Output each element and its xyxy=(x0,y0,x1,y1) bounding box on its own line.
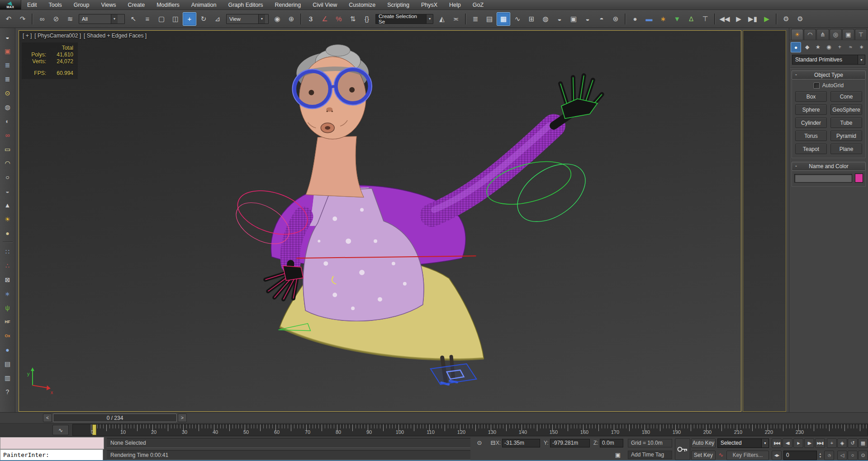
wire-teapot-icon[interactable]: ◒ xyxy=(2,185,14,197)
render-teapot-icon[interactable]: ◒ xyxy=(2,31,14,43)
bind-to-space-warp-icon[interactable]: ≋ xyxy=(63,12,77,26)
schematic-view-icon[interactable]: ⊞ xyxy=(525,12,538,26)
select-and-move-icon[interactable]: + xyxy=(183,12,196,26)
scene-explorer-toggle-icon[interactable]: ▦ xyxy=(497,12,510,26)
rendered-frame-window-icon[interactable]: ▣ xyxy=(567,12,580,26)
key-filters-button[interactable]: Key Filters... xyxy=(726,451,769,460)
primitive-button-box[interactable]: Box xyxy=(795,91,827,102)
time-slider-handle[interactable]: 0 / 234 xyxy=(53,414,177,422)
angle-snap-icon[interactable]: ∠ xyxy=(318,12,332,26)
percent-snap-icon[interactable]: % xyxy=(332,12,346,26)
primitive-button-cylinder[interactable]: Cylinder xyxy=(795,118,827,128)
category-helpers[interactable]: + xyxy=(835,42,844,52)
menu-tools[interactable]: Tools xyxy=(43,0,68,9)
tab-hierarchy[interactable]: ⋔ xyxy=(816,29,829,40)
menu-help[interactable]: Help xyxy=(443,0,467,9)
select-and-scale-icon[interactable]: ⊿ xyxy=(211,12,224,26)
select-object-icon[interactable]: ↖ xyxy=(127,12,140,26)
menu-physx[interactable]: PhysX xyxy=(415,0,443,9)
capsule-tool-icon[interactable]: ▬ xyxy=(642,12,656,26)
primitive-category-dropdown[interactable]: Standard Primitives ▼ xyxy=(792,55,865,65)
graphite-ribbon-icon[interactable]: ▤ xyxy=(483,12,496,26)
time-configuration-button[interactable]: ◷ xyxy=(824,451,834,460)
render-setup-icon[interactable]: ◒ xyxy=(553,12,566,26)
named-selection-sets-dropdown[interactable]: Create Selection Se▼ xyxy=(375,14,433,24)
dome-yellow-icon[interactable]: ◠ xyxy=(2,157,14,169)
field-of-view-button[interactable]: ◁ xyxy=(837,451,847,460)
menu-animation[interactable]: Animation xyxy=(185,0,223,9)
redo-icon[interactable]: ↷ xyxy=(16,12,29,26)
render-iterative-icon[interactable]: ◓ xyxy=(595,12,608,26)
y-coordinate-field[interactable]: -979.281m xyxy=(550,439,590,447)
material-editor-icon[interactable]: ◍ xyxy=(539,12,552,26)
category-systems[interactable]: ∗ xyxy=(857,42,866,52)
mini-curve-editor-button[interactable]: ∿ xyxy=(52,425,69,435)
unwrap-box-icon[interactable]: ⊠ xyxy=(2,274,14,286)
add-time-tag[interactable]: Add Time Tag xyxy=(628,451,672,459)
maxscript-mini-listener[interactable] xyxy=(0,437,104,449)
primitive-button-cone[interactable]: Cone xyxy=(830,91,862,102)
sphere-blue-icon[interactable]: ● xyxy=(2,344,14,356)
select-and-manipulate-icon[interactable]: ⊕ xyxy=(285,12,298,26)
use-pivot-point-center-icon[interactable]: ◉ xyxy=(270,12,284,26)
object-color-swatch[interactable] xyxy=(855,174,863,183)
film-camera-icon[interactable]: ◍ xyxy=(2,101,14,113)
biped-tool-icon[interactable]: ∗ xyxy=(656,12,670,26)
render-production-icon[interactable]: ◒ xyxy=(581,12,594,26)
maxscript-listener-line[interactable]: PainterInter: xyxy=(0,449,103,461)
reference-coordinate-dropdown[interactable]: View▼ xyxy=(226,14,269,24)
menu-scripting[interactable]: Scripting xyxy=(381,0,415,9)
primitive-button-plane[interactable]: Plane xyxy=(830,144,862,154)
gear-panel-icon[interactable]: ⚙ xyxy=(793,12,807,26)
undo-icon[interactable]: ↶ xyxy=(2,12,15,26)
render-frame-window-icon[interactable]: ▣ xyxy=(2,45,14,57)
previous-frame-button[interactable]: ◀▮ xyxy=(783,438,792,448)
menu-group[interactable]: Group xyxy=(68,0,95,9)
set-keys-button[interactable] xyxy=(675,438,690,460)
ox-tool-icon[interactable]: Ox xyxy=(2,330,14,342)
sphere-tan-icon[interactable]: ● xyxy=(2,227,14,239)
set-key-button[interactable]: Set Key xyxy=(691,451,716,460)
select-by-name-icon[interactable]: ≡ xyxy=(141,12,154,26)
panel-grid-icon[interactable]: ▤ xyxy=(2,358,14,370)
grass-icon[interactable]: ψ xyxy=(2,302,14,314)
category-shapes[interactable]: ◆ xyxy=(802,42,812,52)
rollout-panels-icon[interactable]: ≣ xyxy=(2,73,14,85)
physx-step-icon[interactable]: ▶▮ xyxy=(746,12,759,26)
track-bar-ruler[interactable]: 0102030405060708090100110120130140150160… xyxy=(72,424,868,435)
physx-rewind-icon[interactable]: ◀◀ xyxy=(718,12,731,26)
menu-views[interactable]: Views xyxy=(95,0,122,9)
align-icon[interactable]: ≍ xyxy=(449,12,463,26)
category-geometry[interactable]: ● xyxy=(791,42,801,52)
viewport-label[interactable]: [ + ] [ PhysCamera002 ] [ Shaded + Edged… xyxy=(23,33,147,39)
sphere-tool-icon[interactable]: ● xyxy=(628,12,642,26)
menu-edit[interactable]: Edit xyxy=(21,0,43,9)
layer-manager-icon[interactable]: ≣ xyxy=(469,12,482,26)
spinner-snap-icon[interactable]: ⇅ xyxy=(346,12,360,26)
select-and-link-icon[interactable]: ∞ xyxy=(35,12,49,26)
key-mode-dropdown[interactable]: Selected ▼ xyxy=(717,438,769,448)
menu-civil-view[interactable]: Civil View xyxy=(307,0,343,9)
grid-nav-button[interactable]: ▦ xyxy=(858,438,868,448)
tab-motion[interactable]: ◎ xyxy=(830,29,842,40)
primitive-button-tube[interactable]: Tube xyxy=(830,118,862,128)
edit-named-selection-sets-icon[interactable]: {} xyxy=(360,12,374,26)
tab-utilities[interactable]: ⊤ xyxy=(855,29,867,40)
physx-play-icon[interactable]: ▶ xyxy=(732,12,745,26)
next-frame-button[interactable]: ▮▶ xyxy=(804,438,814,448)
menu-modifiers[interactable]: Modifiers xyxy=(151,0,185,9)
category-cameras[interactable]: ◉ xyxy=(824,42,834,52)
primitive-button-torus[interactable]: Torus xyxy=(795,131,827,141)
render-in-cloud-icon[interactable]: ⊛ xyxy=(609,12,622,26)
next-frame-slider-button[interactable]: > xyxy=(178,414,187,422)
default-in-out-tangent-icon[interactable]: ∿ xyxy=(716,451,726,460)
current-frame-field[interactable]: 0 xyxy=(783,451,817,460)
tab-modify[interactable]: ◠ xyxy=(804,29,816,40)
go-to-start-button[interactable]: ▮◀◀ xyxy=(772,438,782,448)
molecule-icon[interactable]: ∴ xyxy=(2,260,14,272)
autogrid-checkbox[interactable] xyxy=(814,83,820,89)
viewport-menu-general[interactable]: [ + ] xyxy=(23,33,32,39)
primitive-button-geosphere[interactable]: GeoSphere xyxy=(830,104,862,115)
menu-create[interactable]: Create xyxy=(122,0,151,9)
rectangular-selection-region-icon[interactable]: ▢ xyxy=(155,12,168,26)
